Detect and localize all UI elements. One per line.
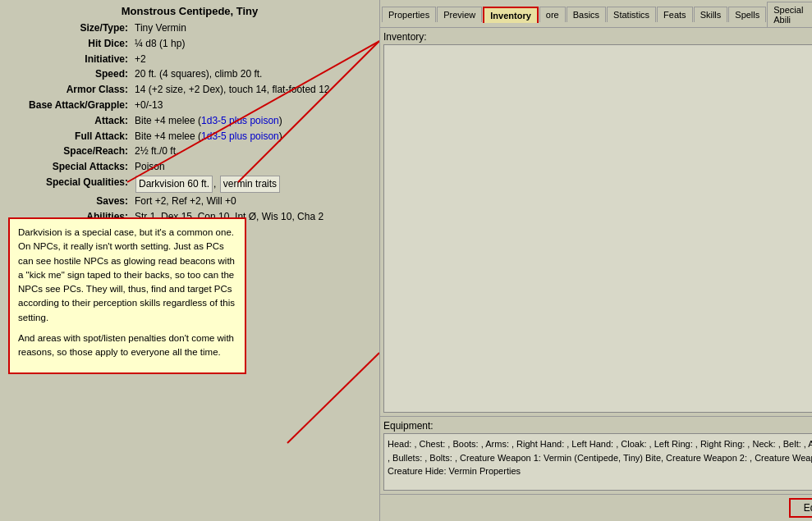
value-speed: 20 ft. (4 squares), climb 20 ft. [131, 66, 379, 82]
inventory-section: Inventory: [380, 28, 812, 416]
equipment-text: Head: , Chest: , Boots: , Arms: , Right … [383, 433, 812, 491]
label-armor-class: Armor Class: [0, 82, 131, 98]
table-row: Special Qualities: Darkvision 60 ft., ve… [0, 175, 379, 194]
full-attack-link[interactable]: 1d3-5 plus poison [201, 130, 279, 142]
bottom-bar: Edit... [380, 494, 812, 521]
value-attack: Bite +4 melee (1d3-5 plus poison) [131, 113, 379, 129]
value-special-qualities: Darkvision 60 ft., vermin traits [131, 175, 379, 194]
value-full-attack: Bite +4 melee (1d3-5 plus poison) [131, 129, 379, 144]
value-size-type: Tiny Vermin [131, 21, 379, 36]
table-row: Saves: Fort +2, Ref +2, Will +0 [0, 194, 379, 209]
label-speed: Speed: [0, 66, 131, 82]
equipment-section: Equipment: Head: , Chest: , Boots: , Arm… [380, 416, 812, 494]
tab-feats[interactable]: Feats [657, 7, 693, 22]
inventory-textarea[interactable] [383, 44, 812, 413]
tooltip-para1: Darkvision is a special case, but it's a… [18, 226, 236, 325]
tab-preview[interactable]: Preview [437, 7, 482, 22]
tab-properties[interactable]: Properties [382, 7, 436, 22]
table-row: Speed: 20 ft. (4 squares), climb 20 ft. [0, 66, 379, 82]
label-special-attacks: Special Attacks: [0, 159, 131, 175]
label-initiative: Initiative: [0, 52, 131, 67]
value-base-attack: +0/-13 [131, 98, 379, 113]
vermin-traits-highlight[interactable]: vermin traits [220, 176, 280, 193]
tab-special-abilities[interactable]: Special Abili [767, 2, 812, 27]
equipment-label: Equipment: [383, 420, 812, 432]
table-row: Space/Reach: 2½ ft./0 ft. [0, 144, 379, 159]
tab-bar: Properties Preview Inventory ore Basics … [380, 0, 812, 28]
table-row: Hit Dice: ¼ d8 (1 hp) [0, 36, 379, 52]
svg-line-2 [287, 353, 379, 443]
value-hit-dice: ¼ d8 (1 hp) [131, 36, 379, 52]
attack-link[interactable]: 1d3-5 plus poison [201, 115, 279, 126]
table-row: Full Attack: Bite +4 melee (1d3-5 plus p… [0, 129, 379, 144]
stat-table: Size/Type: Tiny Vermin Hit Dice: ¼ d8 (1… [0, 21, 379, 240]
darkvision-highlight[interactable]: Darkvision 60 ft. [135, 176, 213, 193]
table-row: Initiative: +2 [0, 52, 379, 67]
value-space-reach: 2½ ft./0 ft. [131, 144, 379, 159]
label-saves: Saves: [0, 194, 131, 209]
creature-title: Monstrous Centipede, Tiny [0, 0, 379, 21]
label-special-qualities: Special Qualities: [0, 175, 131, 194]
value-armor-class: 14 (+2 size, +2 Dex), touch 14, flat-foo… [131, 82, 379, 98]
left-panel: Monstrous Centipede, Tiny Size/Type: Tin… [0, 0, 379, 521]
label-attack: Attack: [0, 113, 131, 129]
label-size-type: Size/Type: [0, 21, 131, 36]
label-full-attack: Full Attack: [0, 129, 131, 144]
tab-statistics[interactable]: Statistics [607, 7, 656, 22]
table-row: Size/Type: Tiny Vermin [0, 21, 379, 36]
table-row: Armor Class: 14 (+2 size, +2 Dex), touch… [0, 82, 379, 98]
tab-ore[interactable]: ore [539, 7, 566, 22]
value-special-attacks: Poison [131, 159, 379, 175]
inventory-label: Inventory: [383, 31, 812, 43]
label-base-attack: Base Attack/Grapple: [0, 98, 131, 113]
value-saves: Fort +2, Ref +2, Will +0 [131, 194, 379, 209]
value-initiative: +2 [131, 52, 379, 67]
label-space-reach: Space/Reach: [0, 144, 131, 159]
edit-button[interactable]: Edit... [789, 498, 812, 518]
table-row: Special Attacks: Poison [0, 159, 379, 175]
tooltip-box: Darkvision is a special case, but it's a… [8, 217, 246, 374]
tab-inventory[interactable]: Inventory [483, 7, 539, 23]
tooltip-para2: And areas with spot/listen penalties don… [18, 331, 236, 360]
tab-skills[interactable]: Skills [694, 7, 728, 22]
label-hit-dice: Hit Dice: [0, 36, 131, 52]
table-row: Base Attack/Grapple: +0/-13 [0, 98, 379, 113]
tab-basics[interactable]: Basics [567, 7, 606, 22]
right-panel: Properties Preview Inventory ore Basics … [379, 0, 812, 521]
tab-spells[interactable]: Spells [728, 7, 766, 22]
table-row: Attack: Bite +4 melee (1d3-5 plus poison… [0, 113, 379, 129]
